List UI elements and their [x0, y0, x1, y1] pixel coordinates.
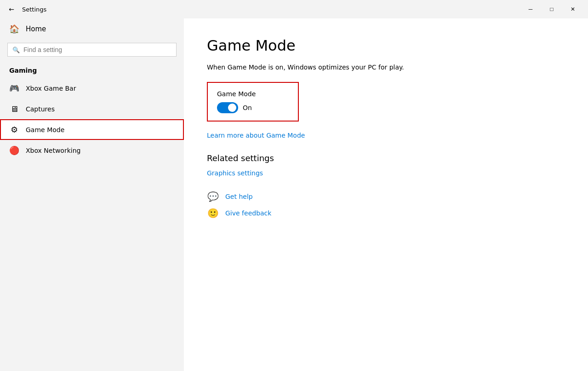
titlebar-title: Settings — [22, 6, 46, 13]
xbox-game-bar-icon: 🎮 — [9, 83, 19, 93]
toggle-state-label: On — [243, 104, 252, 111]
maximize-button[interactable]: □ — [541, 2, 562, 16]
help-section: 💬 Get help 🙂 Give feedback — [207, 191, 565, 219]
graphics-settings-link[interactable]: Graphics settings — [207, 169, 263, 177]
home-icon: 🏠 — [9, 24, 19, 34]
toggle-thumb — [228, 104, 236, 112]
back-button[interactable]: ← — [5, 2, 18, 16]
sidebar-item-label: Xbox Networking — [26, 147, 80, 154]
sidebar-item-captures[interactable]: 🖥 Captures — [0, 99, 184, 119]
related-settings-title: Related settings — [207, 153, 565, 163]
toggle-row: On — [217, 102, 289, 113]
page-title: Game Mode — [207, 37, 565, 54]
toggle-track — [217, 102, 238, 113]
game-mode-toggle[interactable] — [217, 102, 238, 113]
search-icon: 🔍 — [12, 46, 20, 53]
xbox-networking-icon: 🔴 — [9, 145, 19, 155]
main-layout: 🏠 Home 🔍 Gaming 🎮 Xbox Game Bar 🖥 Captur… — [0, 18, 588, 371]
toggle-box-label: Game Mode — [217, 90, 289, 98]
content-area: Game Mode When Game Mode is on, Windows … — [184, 18, 588, 371]
get-help-item: 💬 Get help — [207, 191, 565, 202]
get-help-icon: 💬 — [207, 191, 219, 202]
sidebar: 🏠 Home 🔍 Gaming 🎮 Xbox Game Bar 🖥 Captur… — [0, 18, 184, 371]
sidebar-item-label: Xbox Game Bar — [26, 85, 76, 92]
sidebar-item-label: Captures — [26, 105, 55, 113]
window-controls: ─ □ ✕ — [520, 2, 583, 16]
sidebar-item-xbox-game-bar[interactable]: 🎮 Xbox Game Bar — [0, 78, 184, 99]
sidebar-item-game-mode[interactable]: ⚙ Game Mode — [0, 119, 184, 140]
close-button[interactable]: ✕ — [562, 2, 583, 16]
learn-more-link[interactable]: Learn more about Game Mode — [207, 132, 305, 139]
captures-icon: 🖥 — [9, 104, 19, 114]
page-description: When Game Mode is on, Windows optimizes … — [207, 64, 565, 71]
sidebar-item-home[interactable]: 🏠 Home — [0, 18, 184, 39]
minimize-button[interactable]: ─ — [520, 2, 541, 16]
game-mode-toggle-box: Game Mode On — [207, 82, 299, 122]
sidebar-item-label: Game Mode — [26, 126, 64, 133]
search-box[interactable]: 🔍 — [7, 43, 177, 57]
give-feedback-item: 🙂 Give feedback — [207, 208, 565, 219]
search-input[interactable] — [23, 46, 171, 53]
get-help-link[interactable]: Get help — [225, 193, 253, 200]
sidebar-item-xbox-networking[interactable]: 🔴 Xbox Networking — [0, 140, 184, 161]
sidebar-section-label: Gaming — [0, 64, 184, 78]
give-feedback-link[interactable]: Give feedback — [225, 209, 271, 217]
give-feedback-icon: 🙂 — [207, 208, 219, 219]
sidebar-home-label: Home — [26, 25, 46, 33]
titlebar: ← Settings ─ □ ✕ — [0, 0, 588, 18]
game-mode-icon: ⚙ — [9, 125, 19, 134]
